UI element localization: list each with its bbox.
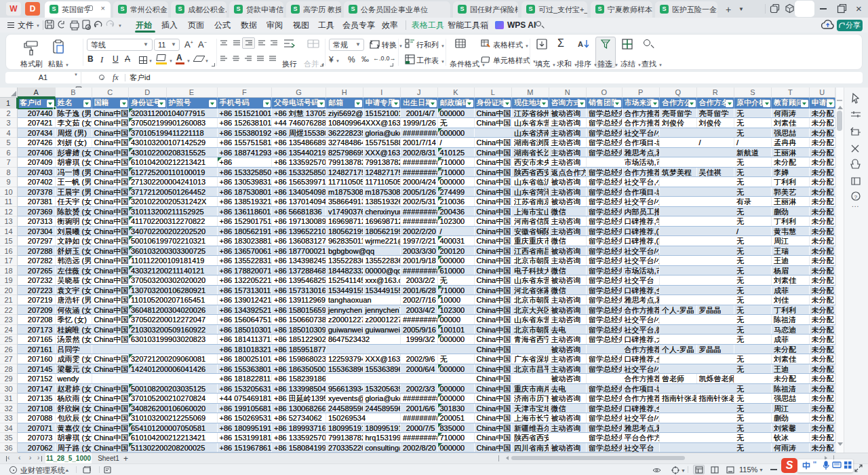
svg-text:?: ?	[854, 194, 858, 200]
svg-text:A: A	[578, 40, 583, 48]
